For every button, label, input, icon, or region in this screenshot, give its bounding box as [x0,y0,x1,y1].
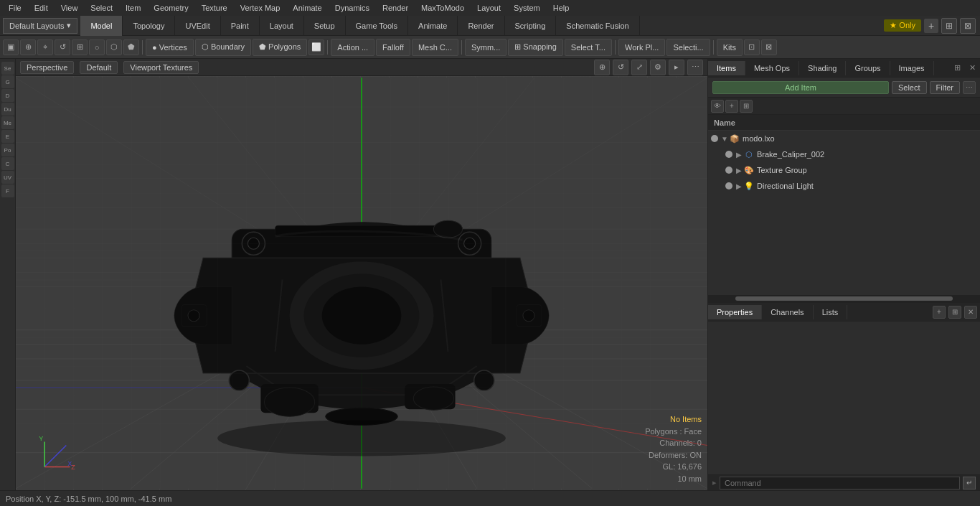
mesh-c-button[interactable]: Mesh C... [412,39,458,56]
sidebar-c[interactable]: C [1,157,14,170]
tab-items[interactable]: Items [708,61,745,75]
vp-icon-expand[interactable]: ⤢ [631,60,647,75]
layout-icon1[interactable]: ⊞ [941,18,957,34]
menu-help[interactable]: Help [547,2,575,14]
star-only-button[interactable]: ★ Only [884,19,921,32]
tree-item-brake-caliper[interactable]: ▶ ⬡ Brake_Caliper_002 [708,146,980,162]
vp-textures[interactable]: Viewport Textures [123,61,199,74]
items-tool-filter[interactable]: ⊞ [740,100,753,113]
tree-item-texture-group[interactable]: ▶ 🎨 Texture Group [708,162,980,178]
viewport[interactable]: Perspective Default Viewport Textures ⊕ … [16,59,707,490]
props-expand-btn[interactable]: + [933,306,946,319]
toolbar-icon1[interactable]: ⊡ [744,39,760,55]
menu-item[interactable]: Item [120,2,146,14]
sidebar-d[interactable]: D [1,89,14,102]
viewport-canvas[interactable]: X Z Y No Items Polygons : Face Channels:… [16,76,707,490]
tab-render[interactable]: Render [458,16,504,36]
tab-paint[interactable]: Paint [221,16,260,36]
tab-shading[interactable]: Shading [799,61,846,75]
polygons-button[interactable]: ⬟ Polygons [253,39,307,56]
tab-scripting[interactable]: Scripting [505,16,557,36]
visibility-dot-caliper[interactable] [725,151,732,158]
menu-texture[interactable]: Texture [196,2,233,14]
menu-geometry[interactable]: Geometry [148,2,194,14]
select-t-button[interactable]: Select T... [565,39,612,56]
add-item-filter[interactable]: Filter [930,81,960,94]
menu-dynamics[interactable]: Dynamics [329,2,375,14]
sidebar-geometry[interactable]: G [1,75,14,88]
menu-layout[interactable]: Layout [471,2,507,14]
boundary-button[interactable]: ⬡ Boundary [195,39,251,56]
add-item-select[interactable]: Select [892,81,927,94]
add-item-more[interactable]: ⋯ [963,81,976,94]
expand-modo[interactable]: ▼ [720,134,729,143]
panel-close-btn[interactable]: ✕ [965,63,980,72]
menu-animate[interactable]: Animate [287,2,327,14]
command-enter-button[interactable]: ↵ [963,477,976,489]
snapping-button[interactable]: ⊞ Snapping [508,39,563,56]
selecti-button[interactable]: Selecti... [666,39,710,56]
panel-expand-btn[interactable]: ⊞ [950,63,965,72]
work-pl-button[interactable]: Work Pl... [618,39,665,56]
tree-item-modo-lxo[interactable]: ▼ 📦 modo.lxo [708,131,980,146]
symm-button[interactable]: Symm... [465,39,507,56]
tab-mesh-ops[interactable]: Mesh Ops [745,61,799,75]
tab-topology[interactable]: Topology [123,16,175,36]
tab-groups[interactable]: Groups [846,61,890,75]
kits-button[interactable]: Kits [717,39,743,56]
tool-scale[interactable]: ⊞ [72,39,88,55]
tab-animate[interactable]: Animate [408,16,458,36]
menu-select[interactable]: Select [85,2,118,14]
items-tool-eye[interactable]: 👁 [711,100,724,113]
vp-icon-settings[interactable]: ⚙ [650,60,666,75]
expand-light[interactable]: ▶ [735,182,743,190]
vp-default[interactable]: Default [80,61,118,74]
tab-gametools[interactable]: Game Tools [346,16,409,36]
vp-icon-play[interactable]: ▸ [669,60,684,75]
menu-vertex-map[interactable]: Vertex Map [235,2,286,14]
sidebar-f[interactable]: F [1,184,14,197]
sidebar-e[interactable]: E [1,130,14,143]
menu-file[interactable]: File [3,2,27,14]
sidebar-select[interactable]: Se [1,62,14,75]
action-button[interactable]: Action ... [331,39,374,56]
tool-move[interactable]: ⌖ [37,39,53,55]
tool-rotate[interactable]: ↺ [55,39,70,55]
vertices-button[interactable]: ● Vertices [146,39,194,56]
props-maximize-btn[interactable]: ⊞ [948,306,961,319]
menu-edit[interactable]: Edit [29,2,54,14]
tree-scrollbar[interactable] [708,295,980,302]
visibility-dot-light[interactable] [725,182,732,189]
sidebar-uv[interactable]: UV [1,171,14,184]
visibility-dot-modo[interactable] [711,135,718,142]
tab-images[interactable]: Images [890,61,934,75]
layout-selector[interactable]: Default Layouts ▾ [3,18,77,34]
expand-texture[interactable]: ▶ [735,166,743,174]
add-layout-button[interactable]: + [924,19,938,33]
menu-render[interactable]: Render [377,2,414,14]
vp-icon-rotate[interactable]: ↺ [613,60,628,75]
menu-maxtomode[interactable]: MaxToModo [415,2,470,14]
menu-view[interactable]: View [55,2,84,14]
expand-caliper[interactable]: ▶ [735,150,743,159]
sidebar-dup[interactable]: Du [1,103,14,116]
shape-icon[interactable]: ⬜ [308,39,324,55]
items-tree[interactable]: ▼ 📦 modo.lxo ▶ ⬡ Brake_Caliper_002 ▶ 🎨 T… [708,131,980,295]
tool-hex[interactable]: ⬡ [106,39,122,55]
visibility-dot-texture[interactable] [725,167,732,174]
tool-circle[interactable]: ○ [89,39,105,55]
toolbar-icon2[interactable]: ⊠ [761,39,777,55]
vp-icon-more[interactable]: ⋯ [687,60,703,75]
tool-select-mode[interactable]: ▣ [3,39,19,55]
tree-item-directional-light[interactable]: ▶ 💡 Directional Light [708,178,980,194]
sidebar-mesh[interactable]: Me [1,116,14,129]
tab-setup[interactable]: Setup [304,16,346,36]
props-close-btn[interactable]: ✕ [964,306,977,319]
vp-perspective[interactable]: Perspective [20,61,74,74]
tab-schematicfusion[interactable]: Schematic Fusion [556,16,639,36]
falloff-button[interactable]: Falloff [376,39,410,56]
tab-properties[interactable]: Properties [708,305,762,319]
add-item-button[interactable]: Add Item [712,81,889,94]
tree-scroll-thumb[interactable] [735,296,953,301]
tab-channels[interactable]: Channels [762,305,813,319]
